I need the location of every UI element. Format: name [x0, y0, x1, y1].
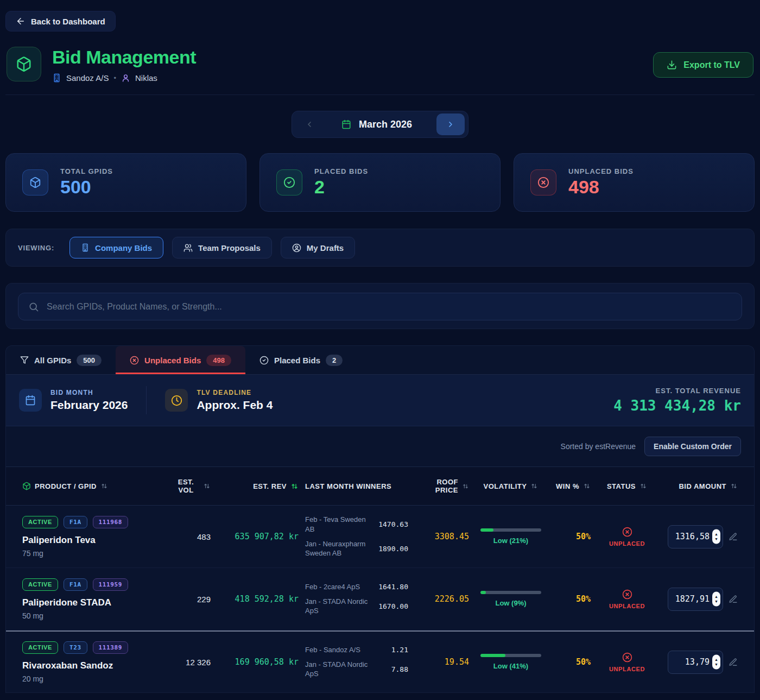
stepper-down-icon[interactable]: ▼ [714, 537, 718, 541]
viewing-bar: VIEWING: Company Bids Team Proposals My … [5, 229, 755, 267]
page-header: Bid Management Sandoz A/S • Niklas Expor… [5, 47, 755, 83]
product-name: Paliperidone STADA [22, 597, 166, 608]
est-vol-value: 483 [173, 532, 211, 541]
status-badge: ACTIVE [22, 641, 58, 654]
product-strength: 75 mg [22, 549, 166, 558]
tab-all-gpids[interactable]: All GPIDs 500 [6, 346, 116, 374]
column-roof-price[interactable]: ROOF PRICE [415, 478, 469, 494]
last-month-winners: Feb - Teva Sweden AB 1470.63 Jan - Neura… [305, 515, 408, 558]
prev-month-button[interactable] [302, 117, 317, 132]
edit-pencil-icon[interactable] [729, 595, 738, 604]
stat-value: 2 [314, 176, 368, 198]
status-cell: UNPLACED [597, 652, 657, 672]
package-icon [22, 482, 31, 490]
winner-price: 1470.63 [376, 520, 408, 528]
bid-amount-cell: ▲▼ [663, 588, 738, 611]
stepper-down-icon[interactable]: ▼ [714, 662, 718, 666]
gpid-badge: 111389 [93, 641, 128, 654]
bid-month-group: BID MONTH February 2026 [19, 389, 128, 412]
number-stepper[interactable]: ▲▼ [712, 529, 720, 544]
package-icon [16, 56, 32, 72]
est-rev-value: 418 592,28 kr [217, 594, 299, 604]
stat-card-placed-bids: PLACED BIDS 2 [259, 153, 501, 212]
winner-label: Jan - Neuraxpharm Sweden AB [305, 539, 371, 558]
search-box [18, 293, 742, 320]
column-product-gpid[interactable]: PRODUCT / GPID [22, 482, 166, 490]
stepper-up-icon[interactable]: ▲ [714, 532, 718, 537]
stat-label: TOTAL GPIDS [60, 167, 113, 175]
table-row: ACTIVE F1A 111968 Paliperidon Teva 75 mg… [6, 506, 754, 568]
stat-value: 500 [60, 176, 113, 198]
tab-placed-bids[interactable]: Placed Bids 2 [245, 346, 357, 374]
stat-label: UNPLACED BIDS [568, 167, 634, 175]
column-label: WIN % [556, 482, 579, 490]
back-to-dashboard-button[interactable]: Back to Dashboard [5, 11, 116, 31]
tab-label: All GPIDs [34, 356, 71, 365]
volatility-cell: Low (21%) [476, 528, 546, 545]
tlv-deadline-value: Approx. Feb 4 [197, 399, 273, 412]
edit-pencil-icon[interactable] [729, 658, 738, 667]
form-badge: F1A [64, 516, 87, 528]
calendar-icon [19, 389, 42, 412]
product-cell: ACTIVE F1A 111959 Paliperidone STADA 50 … [22, 578, 166, 620]
export-to-tlv-button[interactable]: Export to TLV [653, 52, 753, 78]
viewing-option-label: Team Proposals [198, 243, 261, 253]
column-win-pct[interactable]: WIN % [553, 482, 591, 490]
number-stepper[interactable]: ▲▼ [712, 655, 720, 670]
stepper-up-icon[interactable]: ▲ [714, 595, 718, 599]
sorted-by-text: Sorted by estRevenue [561, 442, 636, 451]
filter-icon [20, 356, 29, 364]
last-month-winners: Feb - 2care4 ApS 1641.80 Jan - STADA Nor… [305, 582, 408, 616]
revenue-value: 4 313 434,28 kr [613, 398, 741, 414]
check-circle-icon [259, 356, 269, 365]
column-bid-amount[interactable]: BID AMOUNT [663, 482, 738, 490]
bid-info-bar: BID MONTH February 2026 TLV DEADLINE App… [6, 375, 754, 426]
tab-unplaced-bids[interactable]: Unplaced Bids 498 [116, 346, 245, 374]
column-last-month-winners: LAST MONTH WINNERS [305, 482, 408, 490]
sort-bar: Sorted by estRevenue Enable Custom Order [6, 426, 754, 466]
volatility-bar-fill [480, 591, 486, 594]
sort-icon [462, 483, 469, 490]
check-circle-icon [276, 169, 302, 196]
viewing-label: VIEWING: [18, 244, 54, 252]
chevron-right-icon [446, 120, 455, 129]
x-circle-icon [622, 589, 632, 600]
status-cell: UNPLACED [597, 589, 657, 609]
next-month-button[interactable] [436, 113, 465, 135]
search-icon [28, 301, 39, 312]
viewing-option-company-bids[interactable]: Company Bids [69, 237, 163, 258]
stepper-down-icon[interactable]: ▼ [714, 599, 718, 603]
column-status[interactable]: STATUS [597, 482, 657, 490]
column-label: PRODUCT / GPID [35, 482, 97, 490]
tab-label: Placed Bids [274, 356, 320, 365]
volatility-label: Low (9%) [495, 599, 526, 607]
stat-value: 498 [568, 176, 634, 198]
stepper-up-icon[interactable]: ▲ [714, 658, 718, 662]
company-name: Sandoz A/S [66, 73, 109, 83]
edit-pencil-icon[interactable] [729, 532, 738, 541]
viewing-option-team-proposals[interactable]: Team Proposals [172, 237, 272, 258]
search-input[interactable] [47, 302, 732, 312]
table-row: ACTIVE T23 111389 Rivaroxaban Sandoz 20 … [6, 630, 754, 693]
column-est-vol[interactable]: EST. VOL [173, 478, 211, 494]
header-divider [5, 94, 755, 95]
viewing-option-my-drafts[interactable]: My Drafts [281, 237, 355, 258]
column-label: LAST MONTH WINNERS [305, 482, 391, 490]
tlv-deadline-group: TLV DEADLINE Approx. Feb 4 [165, 389, 273, 412]
user-icon [121, 73, 130, 83]
bid-amount-cell: ▲▼ [663, 525, 738, 548]
winner-price: 7.88 [376, 665, 408, 673]
sort-icon [100, 482, 108, 490]
product-strength: 20 mg [22, 674, 166, 683]
est-rev-value: 635 907,82 kr [217, 532, 299, 541]
column-est-rev[interactable]: EST. REV [217, 482, 299, 490]
table-header: PRODUCT / GPID EST. VOL EST. REV LAST MO… [6, 466, 754, 506]
winner-label: Feb - 2care4 ApS [305, 582, 371, 592]
enable-custom-order-button[interactable]: Enable Custom Order [644, 437, 741, 456]
winner-price: 1.21 [376, 646, 408, 654]
number-stepper[interactable]: ▲▼ [712, 592, 720, 607]
product-name: Paliperidon Teva [22, 535, 166, 546]
stat-card-unplaced-bids: UNPLACED BIDS 498 [514, 153, 755, 212]
column-volatility[interactable]: VOLATILITY [476, 482, 546, 490]
product-cell: ACTIVE T23 111389 Rivaroxaban Sandoz 20 … [22, 641, 166, 683]
